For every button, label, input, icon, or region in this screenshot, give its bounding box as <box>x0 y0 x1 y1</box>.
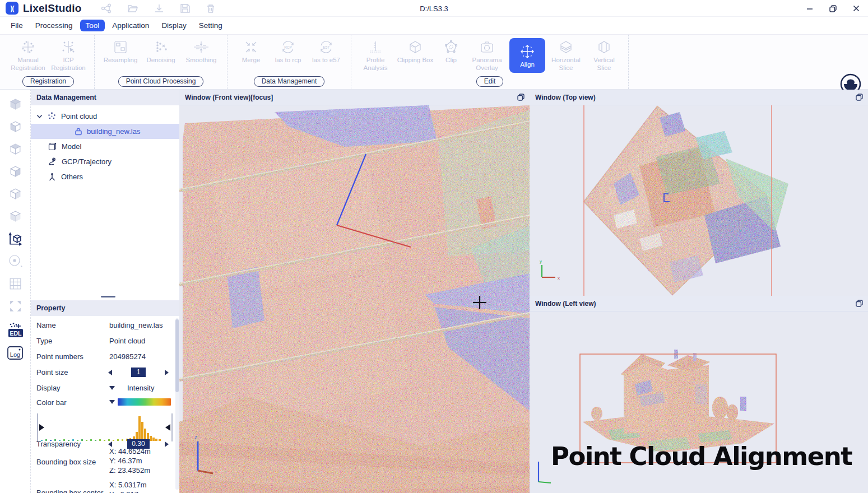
icp-registration-button[interactable]: ICP Registration <box>49 38 87 72</box>
view-cube-right-icon[interactable] <box>4 160 26 183</box>
property-row-type: Type Point cloud <box>31 335 175 348</box>
front-view-header: Window (Front view)[focus] <box>179 90 530 105</box>
horizontal-slice-button[interactable]: Horizontal Slice <box>547 38 584 73</box>
align-button[interactable]: Align <box>509 38 545 73</box>
top-view-maximize-icon[interactable] <box>855 93 864 101</box>
tree-item-others[interactable]: Others <box>31 169 179 184</box>
log-icon[interactable]: Log <box>4 342 26 364</box>
delete-icon[interactable] <box>206 3 216 13</box>
save-icon[interactable] <box>180 3 191 13</box>
transparency-decrement[interactable] <box>108 441 112 447</box>
resampling-button[interactable]: Resampling <box>101 38 140 64</box>
panel-splitter-handle[interactable] <box>101 296 115 297</box>
bounding-box-center-y: Y: -0.217m <box>109 490 145 493</box>
tree-item-point-cloud[interactable]: Point cloud <box>31 109 179 124</box>
merge-button[interactable]: Merge <box>234 38 268 64</box>
property-scrollbar[interactable] <box>175 318 179 490</box>
import-icon[interactable] <box>154 3 165 13</box>
tree-item-model[interactable]: Model <box>31 139 179 154</box>
front-view-maximize-icon[interactable] <box>517 93 525 101</box>
registration-group-label: Registration <box>22 76 74 87</box>
horizontal-slice-icon <box>558 38 574 56</box>
smoothing-button[interactable]: Smoothing <box>182 38 220 64</box>
histogram-left-handle[interactable] <box>39 424 44 431</box>
display-value[interactable]: Intensity <box>127 384 154 392</box>
svg-text:RCP: RCP <box>284 45 292 49</box>
isometric-view-icon[interactable] <box>4 227 26 250</box>
view-cube-back-icon[interactable] <box>4 183 26 205</box>
clipping-box-icon <box>407 38 424 56</box>
edl-icon[interactable]: EDL <box>4 319 26 342</box>
left-view-maximize-icon[interactable] <box>855 299 864 308</box>
others-label: Others <box>61 173 83 181</box>
share-icon[interactable] <box>101 3 112 13</box>
open-file-icon[interactable] <box>127 3 138 13</box>
left-view-window: Window (Left view) <box>530 296 868 493</box>
left-view-canvas[interactable]: Point Cloud Alignment <box>530 311 868 493</box>
view-cube-left-icon[interactable] <box>4 115 26 138</box>
display-dropdown-caret[interactable] <box>109 386 115 390</box>
svg-text:z: z <box>194 434 197 440</box>
point-size-increment[interactable] <box>165 370 169 375</box>
type-label: Type <box>36 337 52 345</box>
top-view-canvas[interactable]: y x <box>530 105 868 296</box>
chevron-down-icon[interactable] <box>36 114 43 119</box>
top-view-title: Window (Top view) <box>535 94 596 101</box>
vertical-slice-button[interactable]: Vertical Slice <box>587 38 621 73</box>
panorama-overlay-label: Panorama Overlay <box>467 56 507 72</box>
menu-processing[interactable]: Processing <box>29 19 79 32</box>
data-tree: Point cloud building_new.las Model GCP/T… <box>31 105 179 184</box>
las-to-rcp-button[interactable]: RCP las to rcp <box>270 38 306 64</box>
color-bar-label: Color bar <box>36 398 66 407</box>
panorama-overlay-button[interactable]: Panorama Overlay <box>467 38 507 73</box>
close-button[interactable] <box>852 4 860 12</box>
profile-analysis-button[interactable]: Profile Analysis <box>358 38 393 73</box>
view-cube-bottom-icon[interactable] <box>4 205 26 227</box>
point-size-label: Point size <box>36 368 68 376</box>
point-size-decrement[interactable] <box>108 370 112 375</box>
log-label: Log <box>10 351 20 358</box>
menu-application[interactable]: Application <box>106 19 155 32</box>
menu-file[interactable]: File <box>4 19 29 32</box>
grid-view-icon[interactable] <box>4 272 26 295</box>
color-bar-dropdown-caret[interactable] <box>109 400 115 404</box>
menu-display[interactable]: Display <box>155 19 192 32</box>
front-view-canvas[interactable]: z <box>179 105 530 493</box>
las-to-rcp-label: las to rcp <box>275 56 301 64</box>
menu-setting[interactable]: Setting <box>193 19 229 32</box>
data-management-title: Data Management <box>36 94 96 101</box>
manual-registration-button[interactable]: Manual Registration <box>9 38 47 72</box>
color-bar-gradient[interactable] <box>118 398 171 406</box>
fullscreen-icon[interactable] <box>4 295 26 317</box>
property-title: Property <box>36 304 65 312</box>
view-cube-top-icon[interactable] <box>4 138 26 160</box>
las-to-e57-button[interactable]: E57 las to e57 <box>308 38 344 64</box>
clipping-box-label: Clipping Box <box>397 56 434 64</box>
building-new-las-label: building_new.las <box>87 127 140 136</box>
view-cube-all-icon[interactable] <box>4 93 26 115</box>
minimize-button[interactable] <box>806 4 814 12</box>
orbit-icon[interactable] <box>4 250 26 272</box>
tree-item-gcp-trajectory[interactable]: GCP/Trajectory <box>31 154 179 169</box>
clip-button[interactable]: Clip <box>438 38 465 73</box>
property-row-bounding-box-center: Bounding box center X: 5.0317m Y: -0.217… <box>31 481 175 493</box>
point-cloud-icon <box>47 111 57 121</box>
transparency-increment[interactable] <box>165 441 169 447</box>
ribbon-group-data-management: Merge RCP las to rcp E57 las to e57 <box>228 35 351 89</box>
restore-button[interactable] <box>829 4 837 13</box>
horizontal-slice-label: Horizontal Slice <box>547 56 584 72</box>
point-size-value[interactable]: 1 <box>131 368 146 377</box>
bounding-box-size-x: X: 44.6524m <box>109 447 151 455</box>
clipping-box-button[interactable]: Clipping Box <box>395 38 435 73</box>
tree-item-building-new-las[interactable]: building_new.las <box>31 124 179 139</box>
denoising-button[interactable]: Denoising <box>142 38 180 64</box>
bounding-box-center-label: Bounding box center <box>36 489 103 493</box>
profile-analysis-label: Profile Analysis <box>358 56 393 72</box>
menu-tool[interactable]: Tool <box>80 20 105 31</box>
las-to-e57-icon: E57 <box>318 38 335 56</box>
histogram-right-handle[interactable] <box>165 424 170 431</box>
left-view-header: Window (Left view) <box>530 296 868 311</box>
svg-text:E57: E57 <box>323 45 329 49</box>
point-size-stepper[interactable]: 1 <box>108 368 169 377</box>
property-scrollbar-thumb[interactable] <box>175 319 179 392</box>
